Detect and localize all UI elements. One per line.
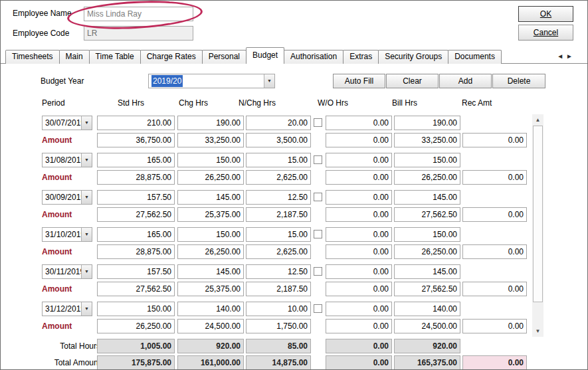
amount-wo-field[interactable]: 0.00: [326, 282, 392, 296]
period-dropdown[interactable]: 31/08/2019 ▼: [42, 153, 92, 167]
amount-wo-field[interactable]: 0.00: [326, 319, 392, 333]
chg-hrs-field[interactable]: 150.00: [177, 227, 244, 242]
bill-hrs-field[interactable]: 150.00: [394, 153, 460, 167]
amount-bill-field[interactable]: 26,250.00: [394, 170, 460, 185]
std-hrs-field[interactable]: 157.50: [97, 264, 175, 279]
chg-hrs-field[interactable]: 150.00: [177, 153, 244, 167]
bill-hrs-field[interactable]: 145.00: [394, 190, 460, 205]
tab-extras[interactable]: Extras: [343, 50, 379, 64]
period-dropdown[interactable]: 31/10/2019 ▼: [42, 227, 92, 242]
chevron-down-icon[interactable]: ▼: [81, 228, 92, 241]
amount-bill-field[interactable]: 33,250.00: [394, 133, 460, 147]
chevron-down-icon[interactable]: ▼: [81, 191, 92, 204]
scrollbar-thumb[interactable]: [533, 126, 543, 302]
wo-hrs-field[interactable]: 0.00: [326, 190, 392, 205]
amount-nchg-field[interactable]: 1,750.00: [246, 319, 311, 333]
amount-std-field[interactable]: 26,250.00: [97, 319, 175, 333]
bill-hrs-field[interactable]: 145.00: [394, 264, 460, 279]
amount-wo-field[interactable]: 0.00: [326, 133, 392, 147]
amount-nchg-field[interactable]: 2,187.50: [246, 282, 311, 296]
tab-main[interactable]: Main: [59, 50, 90, 64]
wo-hrs-field[interactable]: 0.00: [326, 116, 392, 130]
clear-button[interactable]: Clear: [386, 74, 439, 88]
amount-std-field[interactable]: 28,875.00: [97, 244, 175, 259]
chg-hrs-field[interactable]: 190.00: [177, 116, 244, 130]
tab-charge-rates[interactable]: Charge Rates: [140, 50, 203, 64]
std-hrs-field[interactable]: 165.00: [97, 227, 175, 242]
chg-hrs-field[interactable]: 145.00: [177, 190, 244, 205]
chg-hrs-field[interactable]: 140.00: [177, 302, 244, 316]
chg-hrs-field[interactable]: 145.00: [177, 264, 244, 279]
amount-rec-field[interactable]: 0.00: [462, 244, 527, 259]
amount-chg-field[interactable]: 25,375.00: [177, 207, 244, 222]
chevron-down-icon[interactable]: ▼: [81, 302, 92, 316]
std-hrs-field[interactable]: 210.00: [97, 116, 175, 130]
bill-hrs-field[interactable]: 190.00: [394, 116, 460, 130]
amount-bill-field[interactable]: 27,562.50: [394, 282, 460, 296]
chevron-down-icon[interactable]: ▼: [81, 153, 92, 167]
add-button[interactable]: Add: [439, 74, 492, 88]
period-dropdown[interactable]: 30/09/2019 ▼: [42, 190, 92, 205]
amount-bill-field[interactable]: 24,500.00: [394, 319, 460, 333]
amount-chg-field[interactable]: 26,250.00: [177, 244, 244, 259]
amount-rec-field[interactable]: 0.00: [462, 133, 527, 147]
wo-checkbox[interactable]: [314, 304, 322, 313]
amount-rec-field[interactable]: 0.00: [462, 170, 527, 185]
std-hrs-field[interactable]: 150.00: [97, 302, 175, 316]
std-hrs-field[interactable]: 157.50: [97, 190, 175, 205]
employee-name-field[interactable]: Miss Linda Ray: [84, 7, 193, 21]
amount-chg-field[interactable]: 24,500.00: [177, 319, 244, 333]
chevron-down-icon[interactable]: ▼: [264, 74, 274, 88]
wo-hrs-field[interactable]: 0.00: [326, 153, 392, 167]
tab-security-groups[interactable]: Security Groups: [378, 50, 448, 64]
amount-chg-field[interactable]: 25,375.00: [177, 282, 244, 296]
nchg-hrs-field[interactable]: 20.00: [246, 116, 311, 130]
wo-checkbox[interactable]: [314, 155, 322, 164]
amount-wo-field[interactable]: 0.00: [326, 207, 392, 222]
tab-scroll-right-icon[interactable]: ►: [566, 52, 575, 60]
wo-checkbox[interactable]: [314, 193, 322, 201]
tab-authorisation[interactable]: Authorisation: [284, 50, 343, 64]
wo-checkbox[interactable]: [314, 230, 322, 238]
amount-std-field[interactable]: 36,750.00: [97, 133, 175, 147]
amount-chg-field[interactable]: 26,250.00: [177, 170, 244, 185]
nchg-hrs-field[interactable]: 12.50: [246, 190, 311, 205]
amount-nchg-field[interactable]: 2,187.50: [246, 207, 311, 222]
period-dropdown[interactable]: 31/12/2019 ▼: [42, 302, 92, 316]
amount-wo-field[interactable]: 0.00: [326, 244, 392, 259]
amount-nchg-field[interactable]: 2,625.00: [246, 170, 311, 185]
nchg-hrs-field[interactable]: 15.00: [246, 227, 311, 242]
budget-year-dropdown[interactable]: 2019/20 ▼: [148, 74, 275, 88]
amount-rec-field[interactable]: 0.00: [462, 207, 527, 222]
scroll-up-icon[interactable]: ▲: [532, 114, 543, 126]
amount-bill-field[interactable]: 27,562.50: [394, 207, 460, 222]
amount-rec-field[interactable]: 0.00: [462, 319, 527, 333]
amount-rec-field[interactable]: 0.00: [462, 282, 527, 296]
amount-nchg-field[interactable]: 2,625.00: [246, 244, 311, 259]
amount-nchg-field[interactable]: 3,500.00: [246, 133, 311, 147]
cancel-button[interactable]: Cancel: [518, 25, 573, 41]
tab-documents[interactable]: Documents: [448, 50, 502, 64]
tab-time-table[interactable]: Time Table: [89, 50, 141, 64]
amount-std-field[interactable]: 27,562.50: [97, 282, 175, 296]
wo-hrs-field[interactable]: 0.00: [326, 264, 392, 279]
nchg-hrs-field[interactable]: 12.50: [246, 264, 311, 279]
std-hrs-field[interactable]: 165.00: [97, 153, 175, 167]
amount-wo-field[interactable]: 0.00: [326, 170, 392, 185]
bill-hrs-field[interactable]: 140.00: [394, 302, 460, 316]
wo-checkbox[interactable]: [314, 118, 322, 127]
vertical-scrollbar[interactable]: ▲ ▼: [532, 114, 543, 337]
wo-hrs-field[interactable]: 0.00: [326, 302, 392, 316]
wo-checkbox[interactable]: [314, 267, 322, 276]
tab-personal[interactable]: Personal: [202, 50, 246, 64]
chevron-down-icon[interactable]: ▼: [81, 265, 92, 278]
amount-std-field[interactable]: 28,875.00: [97, 170, 175, 185]
chevron-down-icon[interactable]: ▼: [81, 116, 92, 130]
bill-hrs-field[interactable]: 150.00: [394, 227, 460, 242]
tab-timesheets[interactable]: Timesheets: [5, 50, 60, 64]
delete-button[interactable]: Delete: [492, 74, 545, 88]
nchg-hrs-field[interactable]: 10.00: [246, 302, 311, 316]
scroll-down-icon[interactable]: ▼: [532, 325, 543, 337]
tab-budget[interactable]: Budget: [246, 47, 284, 64]
nchg-hrs-field[interactable]: 15.00: [246, 153, 311, 167]
